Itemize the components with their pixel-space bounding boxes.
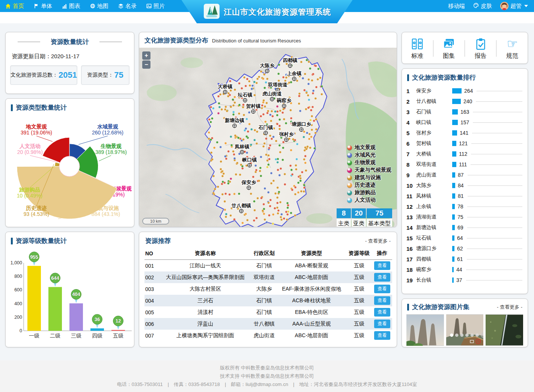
svg-text:凤林镇: 凤林镇 xyxy=(235,144,250,149)
right-column: 标准图集报告☞规范 文化旅游资源数量排行 1保安乡2642廿八都镇2403石门镇… xyxy=(402,32,528,347)
table-row: 001江郎山一线天石门镇ABA-断裂景观五级查看 xyxy=(144,260,392,272)
map-stat-亚类: 20亚类 xyxy=(352,208,366,227)
svg-text:400: 400 xyxy=(14,301,22,306)
svg-text:800: 800 xyxy=(14,274,22,279)
svg-text:大桥镇: 大桥镇 xyxy=(218,84,233,89)
svg-text:新塘边镇: 新塘边镇 xyxy=(224,118,244,123)
view-button[interactable]: 查看 xyxy=(374,273,390,282)
table-row: 007上横塘奥陶系宁国组剖面虎山街道ABC-地层剖面五级查看 xyxy=(144,330,392,341)
view-button[interactable]: 查看 xyxy=(374,261,390,270)
user-menu[interactable]: 超管 xyxy=(500,2,528,10)
ranking-list: 1保安乡2642廿八都镇2403石门镇1634峡口镇1575张村乡1416贺村镇… xyxy=(402,84,528,285)
svg-text:旅游购品: 旅游购品 xyxy=(19,187,40,193)
map-zoom-in-button[interactable]: + xyxy=(142,51,150,60)
map-panel: 文化旅游资源类型分布 Distribution of cultural tour… xyxy=(139,32,397,227)
nav-item-map[interactable]: 地图 xyxy=(90,3,108,10)
map-legend-item: 天象与气候景观 xyxy=(347,166,391,174)
view-button[interactable]: 查看 xyxy=(374,285,390,293)
nav-item-photo[interactable]: 照片 xyxy=(146,3,165,10)
pin-icon xyxy=(347,153,352,158)
layers-icon xyxy=(118,3,123,9)
resource-grade-chart-panel: 资源等级数量统计 02004006008001,000955一级644二级404… xyxy=(5,232,134,347)
globe-icon xyxy=(90,3,95,9)
carousel-dot xyxy=(475,333,479,337)
svg-text:三级: 三级 xyxy=(71,333,81,339)
ranking-row: 15坛石镇64 xyxy=(406,233,523,243)
resource-types-value: 75 xyxy=(114,70,123,80)
ranking-row: 16塘源口乡62 xyxy=(406,243,523,254)
quick-link-图集[interactable]: 图集 xyxy=(437,37,461,60)
center-column: 文化旅游资源类型分布 Distribution of cultural tour… xyxy=(139,32,397,347)
quick-link-报告[interactable]: 报告 xyxy=(469,37,493,60)
album-icon xyxy=(442,37,456,51)
svg-text:人文活动: 人文活动 xyxy=(19,143,41,149)
svg-text:贺村镇: 贺村镇 xyxy=(246,103,261,109)
ranking-row: 4峡口镇157 xyxy=(406,117,523,128)
gallery-image[interactable] xyxy=(446,314,484,346)
recommend-more-link[interactable]: - 查看更多 - xyxy=(365,238,391,244)
left-column: 资源数量统计 资源更新日期：2020-11-17 文化旅游资源总数：2051 资… xyxy=(5,32,134,347)
map-legend-item: 建筑与设施 xyxy=(347,174,391,181)
map-summary-stats: 8主类20亚类75基本类型 xyxy=(337,208,392,227)
gallery-image[interactable] xyxy=(406,314,444,346)
map-legend-item: 历史遗迹 xyxy=(347,181,391,189)
report-icon xyxy=(474,37,487,51)
ranking-row: 13清湖街道75 xyxy=(406,212,523,222)
mobile-link[interactable]: 移动端 xyxy=(448,3,465,10)
nav-item-chart[interactable]: 图表 xyxy=(62,3,80,10)
gallery-title: 文化旅游资源图片集 xyxy=(412,303,469,311)
table-row: 005清漾村石门镇EBA-特色街区五级查看 xyxy=(144,306,392,318)
nav-item-list[interactable]: 名录 xyxy=(118,3,137,10)
map-zoom-out-button[interactable]: − xyxy=(142,60,150,69)
update-date-line: 资源更新日期：2020-11-17 xyxy=(6,48,134,62)
svg-text:大陈乡: 大陈乡 xyxy=(260,63,275,68)
ranking-row: 8双塔街道111 xyxy=(406,159,523,170)
carousel-dot xyxy=(465,333,469,337)
total-resources-box: 文化旅游资源总数：2051 xyxy=(10,65,77,85)
map-legend-item: 旅游购品 xyxy=(347,189,391,196)
map-canvas[interactable]: 大陈乡四都镇上余镇大桥镇双塔街道坛石镇虎山街道碗窑乡贺村镇新塘边镇石门镇塘源口乡… xyxy=(139,48,397,227)
svg-text:20 (0.98%): 20 (0.98%) xyxy=(17,149,43,155)
pin-icon xyxy=(347,198,352,203)
view-button[interactable]: 查看 xyxy=(374,308,390,317)
svg-text:389 (18.97%): 389 (18.97%) xyxy=(95,149,127,155)
svg-text:0: 0 xyxy=(20,328,22,333)
table-row: 002大豆山国际寒武—奥陶系界限剖面双塔街道ABC-地层剖面五级查看 xyxy=(144,271,392,283)
map-title: 文化旅游资源类型分布 xyxy=(144,36,208,45)
pin-icon xyxy=(347,175,352,180)
gallery-more-link[interactable]: - 查看更多 - xyxy=(497,304,522,311)
view-button[interactable]: 查看 xyxy=(374,320,390,328)
quick-link-标准[interactable]: 标准 xyxy=(405,37,429,60)
svg-text:10 (0.49%): 10 (0.49%) xyxy=(17,193,42,199)
svg-text:虎山街道: 虎山街道 xyxy=(262,91,282,96)
header: 首页单体图表地图名录照片 移动端 皮肤 超管 江山市文化旅游资源管理系统 xyxy=(0,0,534,23)
chevron-down-icon xyxy=(524,5,528,7)
view-button[interactable]: 查看 xyxy=(374,331,390,340)
svg-text:644: 644 xyxy=(51,275,59,281)
resource-types-box: 资源类型：75 xyxy=(81,65,129,85)
resource-count-title: 资源数量统计 xyxy=(6,32,134,48)
nav-item-home[interactable]: 首页 xyxy=(5,3,24,10)
svg-text:二级: 二级 xyxy=(50,333,60,339)
gallery-image[interactable] xyxy=(486,314,523,346)
map-legend: 地文景观水域风光生物景观天象与气候景观建筑与设施历史遗迹旅游购品人文活动 xyxy=(347,144,391,204)
divider xyxy=(465,40,465,57)
nav-item-single[interactable]: 单体 xyxy=(34,3,52,10)
svg-text:884 (43.1%): 884 (43.1%) xyxy=(92,211,120,217)
view-button[interactable]: 查看 xyxy=(374,296,390,305)
ranking-panel: 文化旅游资源数量排行 1保安乡2642廿八都镇2403石门镇1634峡口镇157… xyxy=(402,68,528,294)
ranking-row: 6贺村镇121 xyxy=(406,138,523,149)
app-title: 江山市文化旅游资源管理系统 xyxy=(224,7,331,17)
ranking-row: 9虎山街道87 xyxy=(406,170,523,180)
svg-text:955: 955 xyxy=(30,254,38,260)
svg-text:391 (19.06%): 391 (19.06%) xyxy=(21,130,52,136)
divider xyxy=(496,40,496,57)
svg-text:历史遗迹: 历史遗迹 xyxy=(26,205,47,211)
palette-icon xyxy=(473,3,479,9)
quick-link-规范[interactable]: ☞规范 xyxy=(500,37,524,60)
skin-link[interactable]: 皮肤 xyxy=(473,3,492,10)
svg-text:36: 36 xyxy=(95,317,100,322)
pin-icon xyxy=(347,190,352,195)
flag-icon xyxy=(34,3,39,9)
map-legend-item: 水域风光 xyxy=(347,151,391,159)
